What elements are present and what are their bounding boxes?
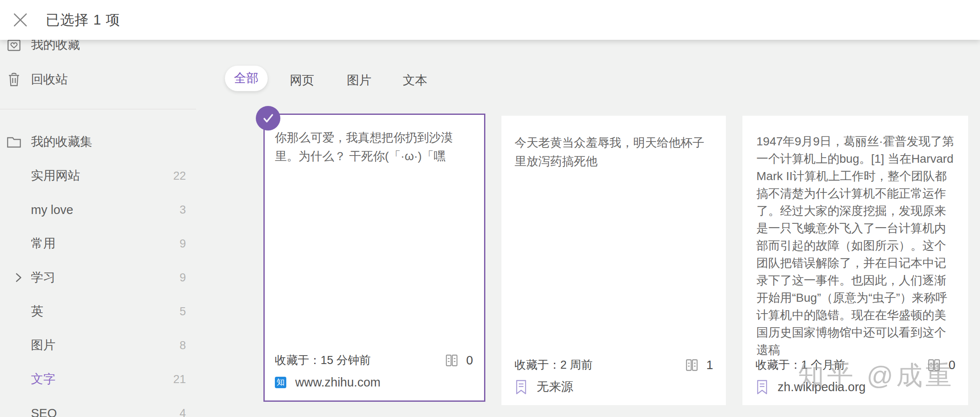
sidebar-item-collection[interactable]: 英 5 [0, 300, 196, 323]
collections-count-value: 0 [949, 358, 955, 372]
sidebar-section-label: 我的收藏集 [31, 133, 92, 150]
collection-label: 英 [31, 303, 43, 320]
card-source-url[interactable]: www.zhihu.com [295, 375, 380, 389]
collection-label: 实用网站 [31, 167, 80, 184]
collections-count-value: 0 [466, 353, 473, 367]
sidebar-item-collection[interactable]: 实用网站 22 [0, 164, 196, 188]
tab-all-selected[interactable]: 全部 [225, 66, 268, 91]
tab-webpages[interactable]: 网页 [290, 72, 314, 89]
collection-label: SEO [31, 406, 57, 417]
collections-count-icon [445, 353, 459, 367]
tab-images[interactable]: 图片 [347, 72, 371, 89]
close-icon [13, 12, 28, 28]
card-meta: 收藏于：15 分钟前 0 知 www.zhihu.com [275, 352, 473, 390]
card-meta: 收藏于：2 周前 1 [515, 357, 713, 395]
collection-card-selected[interactable]: 你那么可爱，我真想把你扔到沙漠里。为什么？ 干死你(「·ω·)「嘿 收藏于：15… [263, 114, 485, 402]
collections-count: 0 [445, 353, 473, 367]
selected-check-badge[interactable] [256, 106, 280, 131]
selection-header: 已选择 1 项 [0, 0, 980, 40]
collection-card[interactable]: 1947年9月9日，葛丽丝·霍普发现了第一个计算机上的bug。[1] 当在Har… [742, 116, 968, 405]
zhihu-favicon: 知 [275, 377, 286, 388]
collection-label: 图片 [31, 337, 55, 354]
sidebar-item-label: 回收站 [31, 71, 68, 88]
sidebar-item-collection[interactable]: 常用 9 [0, 232, 196, 256]
chevron-right-icon[interactable] [13, 272, 24, 283]
tab-label: 全部 [234, 70, 259, 87]
saved-time-label: 收藏于：2 周前 [515, 357, 593, 373]
card-snippet-text: 今天老黄当众羞辱我，明天给他杯子里放泻药搞死他 [501, 116, 726, 171]
card-snippet-text: 1947年9月9日，葛丽丝·霍普发现了第一个计算机上的bug。[1] 当在Har… [742, 116, 968, 359]
sidebar-section-my-collections[interactable]: 我的收藏集 [0, 130, 196, 154]
collection-count: 5 [180, 305, 186, 318]
collection-count: 22 [173, 170, 186, 183]
card-source-label: 无来源 [537, 378, 573, 395]
collection-count: 4 [180, 407, 186, 417]
bookmark-source-icon [515, 379, 528, 395]
collection-label: 常用 [31, 235, 55, 252]
card-snippet-text: 你那么可爱，我真想把你扔到沙漠里。为什么？ 干死你(「·ω·)「嘿 [265, 115, 484, 166]
collection-label: 文字 [31, 371, 55, 388]
close-selection-button[interactable] [12, 11, 29, 28]
collection-count: 3 [180, 203, 186, 217]
collections-count: 0 [927, 358, 955, 372]
tab-texts[interactable]: 文本 [403, 72, 427, 89]
sidebar-item-collection-selected[interactable]: 文字 21 [0, 367, 196, 391]
sidebar-divider [0, 109, 196, 109]
sidebar-item-collection-expandable[interactable]: 学习 9 [0, 266, 196, 289]
card-meta: 收藏于：1 个月前 0 [756, 357, 955, 395]
sidebar-item-collection[interactable]: SEO 4 [0, 401, 196, 417]
trash-icon [6, 72, 22, 87]
sidebar-item-collection[interactable]: 图片 8 [0, 334, 196, 357]
collections-count-icon [685, 358, 699, 372]
saved-time-label: 收藏于：1 个月前 [756, 357, 845, 373]
collection-card[interactable]: 今天老黄当众羞辱我，明天给他杯子里放泻药搞死他 收藏于：2 周前 1 [501, 116, 726, 405]
collections-count-icon [927, 358, 941, 372]
collection-count: 8 [180, 339, 186, 352]
sidebar-item-collection[interactable]: my love 3 [0, 198, 196, 222]
sidebar: 我的收藏 回收站 我的收藏集 实用网站 22 my love 3 [0, 0, 196, 417]
collections-count-value: 1 [706, 358, 713, 372]
folder-icon [6, 134, 22, 150]
selection-count-title: 已选择 1 项 [46, 11, 120, 30]
collection-count: 21 [173, 373, 186, 386]
collection-count: 9 [180, 237, 186, 250]
collections-count: 1 [685, 358, 713, 372]
collection-label: my love [31, 203, 73, 217]
bookmark-source-icon [756, 379, 769, 395]
card-source-url[interactable]: zh.wikipedia.org [778, 380, 866, 394]
collection-count: 9 [180, 271, 186, 284]
check-icon [261, 111, 275, 125]
collection-label: 学习 [31, 269, 55, 286]
sidebar-item-recycle-bin[interactable]: 回收站 [0, 68, 196, 92]
saved-time-label: 收藏于：15 分钟前 [275, 353, 371, 368]
